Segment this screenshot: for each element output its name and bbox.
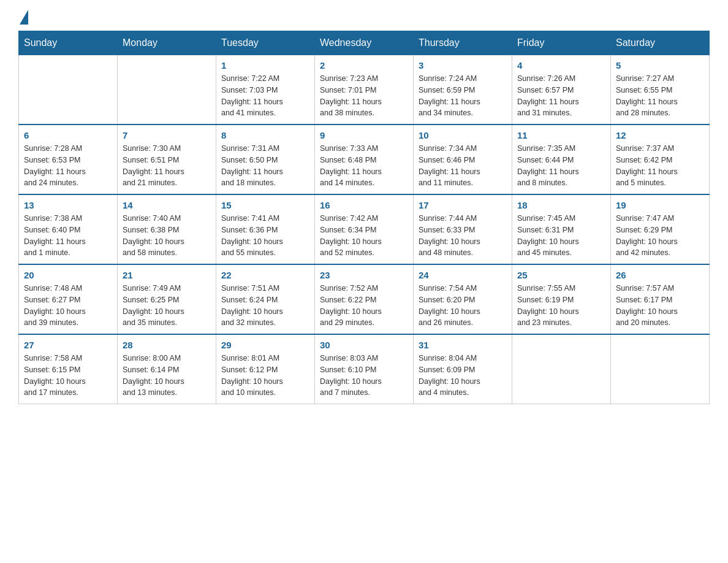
day-number: 1	[221, 60, 309, 71]
logo	[18, 12, 28, 25]
day-info: Sunrise: 7:57 AM Sunset: 6:17 PM Dayligh…	[616, 283, 704, 329]
day-info: Sunrise: 7:52 AM Sunset: 6:22 PM Dayligh…	[320, 283, 408, 329]
calendar-cell: 19Sunrise: 7:47 AM Sunset: 6:29 PM Dayli…	[611, 194, 710, 264]
day-number: 3	[419, 60, 507, 71]
day-info: Sunrise: 7:33 AM Sunset: 6:48 PM Dayligh…	[320, 143, 408, 189]
day-number: 7	[123, 130, 211, 140]
day-number: 30	[320, 340, 408, 350]
calendar-header-sunday: Sunday	[19, 31, 118, 55]
day-info: Sunrise: 8:01 AM Sunset: 6:12 PM Dayligh…	[221, 353, 309, 399]
calendar-cell: 16Sunrise: 7:42 AM Sunset: 6:34 PM Dayli…	[315, 194, 414, 264]
day-info: Sunrise: 7:30 AM Sunset: 6:51 PM Dayligh…	[123, 143, 211, 189]
calendar-cell: 27Sunrise: 7:58 AM Sunset: 6:15 PM Dayli…	[19, 334, 118, 404]
day-number: 20	[24, 270, 112, 280]
day-info: Sunrise: 8:00 AM Sunset: 6:14 PM Dayligh…	[123, 353, 211, 399]
day-number: 15	[221, 200, 309, 210]
day-info: Sunrise: 7:55 AM Sunset: 6:19 PM Dayligh…	[517, 283, 605, 329]
day-number: 14	[123, 200, 211, 210]
page-header	[18, 12, 710, 25]
day-info: Sunrise: 7:23 AM Sunset: 7:01 PM Dayligh…	[320, 73, 408, 119]
day-number: 29	[221, 340, 309, 350]
day-number: 27	[24, 340, 112, 350]
calendar-cell: 15Sunrise: 7:41 AM Sunset: 6:36 PM Dayli…	[216, 194, 315, 264]
day-number: 17	[419, 200, 507, 210]
day-number: 6	[24, 130, 112, 140]
calendar-cell: 14Sunrise: 7:40 AM Sunset: 6:38 PM Dayli…	[118, 194, 216, 264]
day-number: 9	[320, 130, 408, 140]
calendar-cell: 10Sunrise: 7:34 AM Sunset: 6:46 PM Dayli…	[414, 124, 512, 194]
calendar-cell: 22Sunrise: 7:51 AM Sunset: 6:24 PM Dayli…	[216, 264, 315, 334]
calendar-cell: 4Sunrise: 7:26 AM Sunset: 6:57 PM Daylig…	[512, 55, 611, 125]
day-info: Sunrise: 7:40 AM Sunset: 6:38 PM Dayligh…	[123, 213, 211, 259]
calendar-week-row: 20Sunrise: 7:48 AM Sunset: 6:27 PM Dayli…	[19, 264, 710, 334]
day-info: Sunrise: 7:44 AM Sunset: 6:33 PM Dayligh…	[419, 213, 507, 259]
day-number: 11	[517, 130, 605, 140]
calendar-cell: 20Sunrise: 7:48 AM Sunset: 6:27 PM Dayli…	[19, 264, 118, 334]
calendar-header-monday: Monday	[118, 31, 216, 55]
logo-triangle-icon	[20, 10, 28, 25]
calendar-cell: 12Sunrise: 7:37 AM Sunset: 6:42 PM Dayli…	[611, 124, 710, 194]
calendar-week-row: 6Sunrise: 7:28 AM Sunset: 6:53 PM Daylig…	[19, 124, 710, 194]
day-number: 21	[123, 270, 211, 280]
day-info: Sunrise: 7:27 AM Sunset: 6:55 PM Dayligh…	[616, 73, 704, 119]
day-info: Sunrise: 7:28 AM Sunset: 6:53 PM Dayligh…	[24, 143, 112, 189]
day-info: Sunrise: 7:54 AM Sunset: 6:20 PM Dayligh…	[419, 283, 507, 329]
day-number: 4	[517, 60, 605, 71]
calendar-cell: 25Sunrise: 7:55 AM Sunset: 6:19 PM Dayli…	[512, 264, 611, 334]
day-number: 18	[517, 200, 605, 210]
day-number: 10	[419, 130, 507, 140]
day-number: 8	[221, 130, 309, 140]
calendar-cell	[118, 55, 216, 125]
day-number: 19	[616, 200, 704, 210]
calendar-header-wednesday: Wednesday	[315, 31, 414, 55]
day-number: 23	[320, 270, 408, 280]
calendar-week-row: 27Sunrise: 7:58 AM Sunset: 6:15 PM Dayli…	[19, 334, 710, 404]
day-info: Sunrise: 7:47 AM Sunset: 6:29 PM Dayligh…	[616, 213, 704, 259]
calendar-cell: 26Sunrise: 7:57 AM Sunset: 6:17 PM Dayli…	[611, 264, 710, 334]
calendar-cell: 31Sunrise: 8:04 AM Sunset: 6:09 PM Dayli…	[414, 334, 512, 404]
calendar-cell	[611, 334, 710, 404]
calendar-cell	[512, 334, 611, 404]
day-info: Sunrise: 7:24 AM Sunset: 6:59 PM Dayligh…	[419, 73, 507, 119]
calendar-cell: 28Sunrise: 8:00 AM Sunset: 6:14 PM Dayli…	[118, 334, 216, 404]
calendar-cell: 23Sunrise: 7:52 AM Sunset: 6:22 PM Dayli…	[315, 264, 414, 334]
calendar-cell: 24Sunrise: 7:54 AM Sunset: 6:20 PM Dayli…	[414, 264, 512, 334]
day-info: Sunrise: 7:38 AM Sunset: 6:40 PM Dayligh…	[24, 213, 112, 259]
calendar-cell: 17Sunrise: 7:44 AM Sunset: 6:33 PM Dayli…	[414, 194, 512, 264]
day-number: 25	[517, 270, 605, 280]
day-info: Sunrise: 7:49 AM Sunset: 6:25 PM Dayligh…	[123, 283, 211, 329]
calendar-header-thursday: Thursday	[414, 31, 512, 55]
day-number: 16	[320, 200, 408, 210]
day-info: Sunrise: 7:35 AM Sunset: 6:44 PM Dayligh…	[517, 143, 605, 189]
calendar-cell: 29Sunrise: 8:01 AM Sunset: 6:12 PM Dayli…	[216, 334, 315, 404]
calendar-header-saturday: Saturday	[611, 31, 710, 55]
calendar-cell: 3Sunrise: 7:24 AM Sunset: 6:59 PM Daylig…	[414, 55, 512, 125]
day-number: 2	[320, 60, 408, 71]
calendar-week-row: 1Sunrise: 7:22 AM Sunset: 7:03 PM Daylig…	[19, 55, 710, 125]
day-number: 26	[616, 270, 704, 280]
day-info: Sunrise: 7:31 AM Sunset: 6:50 PM Dayligh…	[221, 143, 309, 189]
day-info: Sunrise: 7:42 AM Sunset: 6:34 PM Dayligh…	[320, 213, 408, 259]
day-info: Sunrise: 8:04 AM Sunset: 6:09 PM Dayligh…	[419, 353, 507, 399]
calendar-cell: 5Sunrise: 7:27 AM Sunset: 6:55 PM Daylig…	[611, 55, 710, 125]
day-number: 28	[123, 340, 211, 350]
calendar-header-friday: Friday	[512, 31, 611, 55]
calendar-cell: 9Sunrise: 7:33 AM Sunset: 6:48 PM Daylig…	[315, 124, 414, 194]
day-info: Sunrise: 7:45 AM Sunset: 6:31 PM Dayligh…	[517, 213, 605, 259]
calendar-cell: 6Sunrise: 7:28 AM Sunset: 6:53 PM Daylig…	[19, 124, 118, 194]
calendar-cell: 18Sunrise: 7:45 AM Sunset: 6:31 PM Dayli…	[512, 194, 611, 264]
calendar-table: SundayMondayTuesdayWednesdayThursdayFrid…	[18, 31, 710, 404]
day-info: Sunrise: 7:41 AM Sunset: 6:36 PM Dayligh…	[221, 213, 309, 259]
calendar-cell: 21Sunrise: 7:49 AM Sunset: 6:25 PM Dayli…	[118, 264, 216, 334]
calendar-header-row: SundayMondayTuesdayWednesdayThursdayFrid…	[19, 31, 710, 55]
day-number: 12	[616, 130, 704, 140]
calendar-cell: 1Sunrise: 7:22 AM Sunset: 7:03 PM Daylig…	[216, 55, 315, 125]
calendar-cell: 13Sunrise: 7:38 AM Sunset: 6:40 PM Dayli…	[19, 194, 118, 264]
day-number: 13	[24, 200, 112, 210]
calendar-cell: 7Sunrise: 7:30 AM Sunset: 6:51 PM Daylig…	[118, 124, 216, 194]
calendar-cell: 11Sunrise: 7:35 AM Sunset: 6:44 PM Dayli…	[512, 124, 611, 194]
calendar-cell: 8Sunrise: 7:31 AM Sunset: 6:50 PM Daylig…	[216, 124, 315, 194]
day-info: Sunrise: 7:58 AM Sunset: 6:15 PM Dayligh…	[24, 353, 112, 399]
day-info: Sunrise: 7:48 AM Sunset: 6:27 PM Dayligh…	[24, 283, 112, 329]
day-info: Sunrise: 7:26 AM Sunset: 6:57 PM Dayligh…	[517, 73, 605, 119]
